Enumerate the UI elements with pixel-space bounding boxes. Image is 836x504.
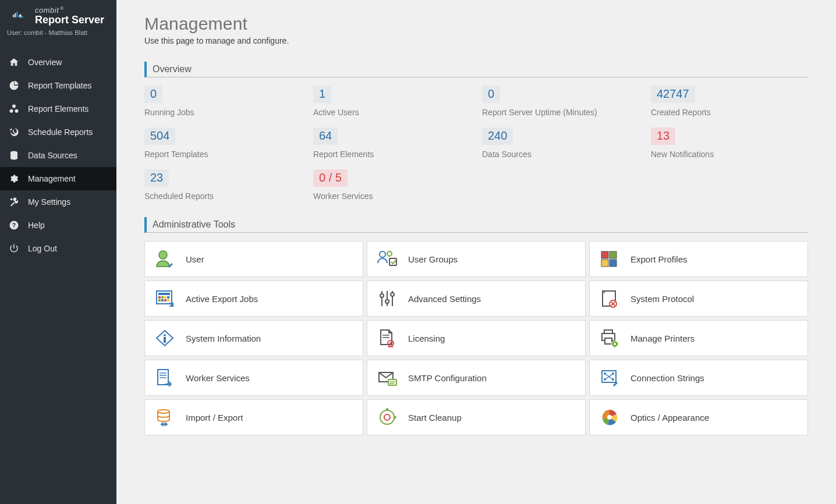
sidebar-item-label: Overview — [28, 58, 62, 67]
section-header-tools: Administrative Tools — [144, 217, 808, 233]
connection-strings-icon — [599, 368, 620, 388]
tool-label: Start Cleanup — [408, 413, 462, 423]
stat-value: 0 — [482, 86, 500, 103]
user-prefix: User: — [7, 29, 24, 36]
advanced-settings-icon — [377, 289, 398, 308]
sidebar-item-my-settings[interactable]: My Settings — [0, 190, 116, 214]
svg-rect-16 — [610, 260, 617, 267]
sidebar-item-help[interactable]: ? Help — [0, 214, 116, 237]
system-information-icon — [154, 328, 175, 348]
section-header-overview: Overview — [144, 62, 808, 77]
stat-value: 13 — [651, 127, 675, 145]
sidebar-item-label: Schedule Reports — [28, 127, 93, 137]
tool-tile-system-information[interactable]: System Information — [144, 320, 363, 356]
svg-text:?: ? — [12, 222, 16, 229]
section-title: Overview — [153, 64, 192, 74]
sidebar-item-schedule-reports[interactable]: Schedule Reports — [0, 120, 116, 144]
stat-running-jobs[interactable]: 0 Running Jobs — [144, 86, 302, 117]
tool-tile-manage-printers[interactable]: Manage Printers — [589, 320, 808, 356]
svg-rect-46 — [158, 370, 168, 385]
stat-report-templates[interactable]: 504 Report Templates — [144, 127, 302, 159]
tool-label: System Protocol — [630, 294, 694, 304]
stat-active-users[interactable]: 1 Active Users — [313, 86, 470, 117]
elements-icon — [8, 103, 20, 115]
stat-worker-services[interactable]: 0 / 5 Worker Services — [313, 169, 470, 201]
stat-data-sources[interactable]: 240 Data Sources — [482, 127, 639, 159]
stat-label: Active Users — [313, 108, 470, 117]
gear-icon — [8, 173, 20, 184]
svg-rect-25 — [164, 299, 167, 301]
sidebar-item-label: Log Out — [28, 244, 57, 253]
history-icon — [8, 126, 20, 138]
sidebar-item-log-out[interactable]: Log Out — [0, 237, 116, 260]
stat-scheduled-reports[interactable]: 23 Scheduled Reports — [144, 169, 302, 201]
tool-tile-smtp-configuration[interactable]: SMTP Configuration — [367, 360, 586, 396]
stat-label: New Notifications — [651, 150, 808, 159]
svg-point-65 — [607, 415, 612, 420]
svg-point-45 — [614, 343, 616, 345]
svg-point-11 — [387, 251, 392, 256]
tool-label: Manage Printers — [630, 333, 695, 343]
tool-tile-connection-strings[interactable]: Connection Strings — [589, 360, 808, 396]
tool-tile-licensing[interactable]: Licensing — [367, 320, 586, 356]
tool-tile-import-export[interactable]: Import / Export — [144, 399, 363, 435]
sidebar-item-label: Management — [28, 174, 76, 183]
tool-tile-export-profiles[interactable]: Export Profiles — [589, 241, 808, 277]
stat-created-reports[interactable]: 42747 Created Reports — [651, 86, 808, 117]
tool-tile-user-groups[interactable]: User Groups — [367, 241, 586, 277]
svg-rect-13 — [601, 251, 608, 258]
sidebar-nav: Overview Report Templates Report Element… — [0, 51, 116, 260]
svg-rect-0 — [13, 15, 14, 17]
stat-label: Report Elements — [313, 150, 470, 159]
sidebar-item-overview[interactable]: Overview — [0, 51, 116, 74]
user-icon — [154, 249, 175, 269]
page-subtitle: Use this page to manage and configure. — [144, 36, 808, 45]
power-icon — [8, 243, 20, 254]
brand-small: combit — [35, 6, 59, 15]
user-value: combit - Matthias Blatt — [24, 29, 87, 36]
svg-point-5 — [15, 109, 19, 113]
licensing-icon — [377, 328, 398, 348]
stat-uptime[interactable]: 0 Report Server Uptime (Minutes) — [482, 86, 639, 117]
stat-new-notifications[interactable]: 13 New Notifications — [651, 127, 808, 159]
stat-report-elements[interactable]: 64 Report Elements — [313, 127, 470, 159]
stat-value: 42747 — [651, 86, 695, 103]
tool-tile-user[interactable]: User — [144, 241, 363, 277]
section-title: Administrative Tools — [153, 219, 235, 229]
svg-rect-18 — [158, 293, 170, 295]
tool-tile-start-cleanup[interactable]: Start Cleanup — [367, 399, 586, 435]
tool-tile-worker-services[interactable]: Worker Services — [144, 360, 363, 396]
sidebar-item-report-templates[interactable]: Report Templates — [0, 74, 116, 97]
stat-label: Created Reports — [651, 108, 808, 117]
svg-point-9 — [159, 251, 167, 259]
svg-point-28 — [380, 294, 384, 297]
stat-label: Data Sources — [482, 150, 639, 159]
svg-rect-23 — [158, 299, 161, 301]
sidebar-item-report-elements[interactable]: Report Elements — [0, 97, 116, 120]
sidebar-item-label: My Settings — [28, 197, 70, 207]
svg-point-4 — [10, 109, 13, 113]
stat-value: 0 / 5 — [313, 169, 348, 187]
tool-label: System Information — [186, 333, 261, 343]
svg-rect-26 — [167, 299, 169, 301]
optics-appearance-icon — [599, 407, 620, 427]
tool-tile-optics-appearance[interactable]: Optics / Appearance — [589, 399, 808, 435]
database-icon — [8, 150, 20, 161]
sidebar-item-management[interactable]: Management — [0, 167, 116, 190]
tools-grid: User User Groups Export Profiles — [144, 241, 808, 435]
tool-label: SMTP Configuration — [408, 373, 487, 383]
svg-rect-20 — [161, 296, 164, 299]
active-export-jobs-icon — [154, 289, 175, 308]
tool-label: Advanced Settings — [408, 294, 481, 304]
tool-tile-system-protocol[interactable]: System Protocol — [589, 281, 808, 317]
tool-tile-active-export-jobs[interactable]: Active Export Jobs — [144, 281, 363, 317]
stat-value: 240 — [482, 127, 513, 145]
tool-label: Optics / Appearance — [630, 413, 709, 423]
user-line: User: combit - Matthias Blatt — [0, 29, 116, 42]
tool-tile-advanced-settings[interactable]: Advanced Settings — [367, 281, 586, 317]
sidebar-item-data-sources[interactable]: Data Sources — [0, 144, 116, 167]
sidebar-item-label: Report Elements — [28, 104, 88, 113]
tool-label: User — [186, 254, 204, 264]
svg-rect-21 — [164, 296, 167, 299]
stat-label: Scheduled Reports — [144, 191, 302, 201]
